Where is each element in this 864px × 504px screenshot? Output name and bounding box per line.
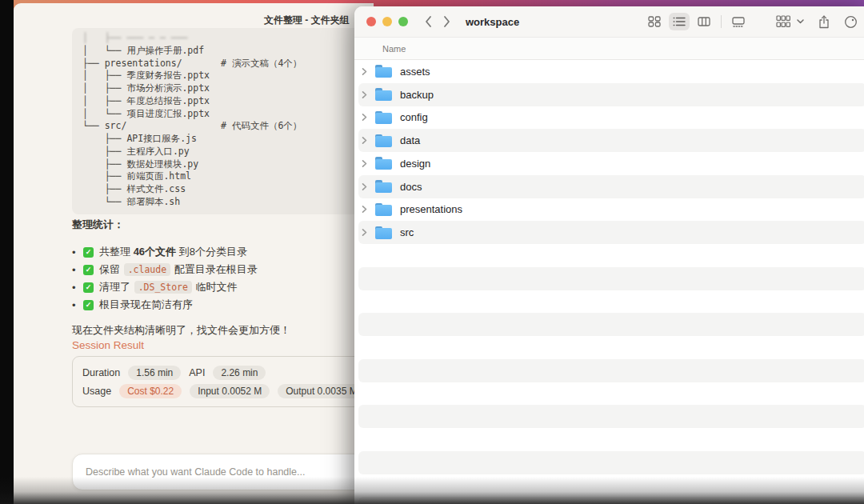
tree-line: │ └── 用户操作手册.pdf: [82, 45, 388, 58]
back-chevron-icon: [424, 15, 432, 28]
check-icon: ✓: [83, 282, 94, 293]
stat-text: 保留 .claude 配置目录在根目录: [99, 262, 258, 277]
usage-label: Usage: [82, 386, 111, 397]
claude-code-window: 文件整理 - 文件夹组 │ ├── ─── ─ ─ ───│ └── 用户操作手…: [14, 3, 374, 504]
list-view-button[interactable]: [669, 13, 690, 30]
tree-line: ├── 前端页面.html: [82, 170, 388, 183]
stat-item: • ✓ 根目录现在简洁有序: [72, 296, 384, 314]
minimize-button[interactable]: [382, 17, 392, 26]
grid-view-button[interactable]: [644, 13, 665, 30]
finder-toolbar: workspace: [354, 6, 864, 38]
finder-empty-row: [354, 267, 864, 290]
folder-name: design: [400, 158, 430, 170]
finder-row-docs[interactable]: docs: [354, 175, 864, 198]
tree-line: │ ├── 市场分析演示.pptx: [82, 82, 388, 95]
session-result-heading: Session Result: [72, 339, 144, 351]
view-switcher: [644, 13, 749, 30]
traffic-lights: [366, 17, 408, 26]
disclosure-chevron-icon[interactable]: [362, 205, 370, 214]
stats-list: • ✓ 共整理 46个文件 到8个分类目录 • ✓ 保留 .claude 配置目…: [72, 243, 384, 314]
input-tokens-pill: Input 0.0052 M: [190, 384, 270, 398]
grid-view-icon: [648, 16, 661, 27]
disclosure-chevron-icon[interactable]: [362, 228, 370, 237]
column-view-icon: [698, 17, 710, 26]
folder-icon: [375, 134, 392, 147]
forward-button[interactable]: [443, 15, 451, 28]
toolbar-actions: [776, 15, 858, 29]
folder-name: docs: [400, 181, 422, 193]
finder-row-src[interactable]: src: [354, 221, 864, 244]
forward-chevron-icon: [443, 15, 451, 28]
folder-name: assets: [400, 66, 430, 78]
group-button[interactable]: [776, 15, 804, 28]
stats-heading: 整理统计：: [72, 218, 384, 232]
column-view-button[interactable]: [694, 13, 714, 30]
folder-icon: [375, 180, 392, 193]
check-icon: ✓: [83, 247, 94, 258]
folder-icon: [375, 157, 392, 170]
folder-name: backup: [400, 89, 434, 101]
bullet-dot: •: [72, 282, 83, 294]
finder-row-assets[interactable]: assets: [354, 60, 864, 83]
claude-window-title: 文件整理 - 文件夹组: [264, 14, 350, 27]
duration-label: Duration: [82, 367, 120, 378]
cost-pill: Cost $0.22: [119, 384, 182, 398]
finder-empty-row: [354, 313, 864, 336]
share-button[interactable]: [818, 15, 830, 29]
group-icon: [776, 15, 792, 28]
folder-icon: [375, 203, 392, 216]
finder-empty-row: [354, 405, 864, 428]
tag-icon: [844, 15, 858, 29]
zoom-button[interactable]: [398, 17, 408, 26]
check-icon: ✓: [83, 300, 94, 310]
disclosure-chevron-icon[interactable]: [362, 67, 370, 76]
check-icon: ✓: [83, 265, 94, 275]
video-left-edge: [0, 0, 14, 504]
tree-line: │ ├── 季度财务报告.pptx: [82, 70, 388, 82]
finder-window-title: workspace: [466, 16, 519, 28]
finder-empty-row: [354, 290, 864, 314]
stat-text: 根目录现在简洁有序: [99, 298, 193, 312]
disclosure-chevron-icon[interactable]: [362, 90, 370, 99]
tag-button[interactable]: [844, 15, 858, 29]
finder-row-backup[interactable]: backup: [354, 83, 864, 106]
close-button[interactable]: [366, 17, 376, 26]
finder-row-config[interactable]: config: [354, 106, 864, 130]
gallery-view-button[interactable]: [728, 13, 749, 30]
tree-line: ├── 主程序入口.py: [82, 146, 388, 158]
output-tokens-pill: Output 0.0035 M: [278, 384, 365, 398]
finder-empty-row: [354, 497, 864, 504]
disclosure-chevron-icon[interactable]: [362, 159, 370, 168]
stat-text: 清理了 .DS_Store 临时文件: [99, 280, 238, 294]
disclosure-chevron-icon[interactable]: [362, 136, 370, 145]
prompt-input[interactable]: [72, 454, 388, 490]
stats-section: 整理统计： • ✓ 共整理 46个文件 到8个分类目录 • ✓ 保留 .clau…: [72, 218, 384, 338]
finder-empty-row: [354, 474, 864, 498]
bullet-dot: •: [72, 264, 83, 276]
share-icon: [818, 15, 830, 29]
folder-icon: [375, 226, 392, 239]
folder-icon: [375, 88, 392, 101]
toolbar-divider: [721, 15, 722, 28]
tree-line: │ ├── ─── ─ ─ ───: [82, 32, 388, 45]
finder-row-design[interactable]: design: [354, 152, 864, 175]
api-label: API: [189, 367, 205, 378]
tree-line: ├── 样式文件.css: [82, 183, 388, 196]
finder-empty-row: [354, 382, 864, 406]
name-column-header[interactable]: Name: [354, 38, 864, 60]
finder-empty-row: [354, 428, 864, 451]
disclosure-chevron-icon[interactable]: [362, 113, 370, 122]
finder-row-data[interactable]: data: [354, 129, 864, 152]
finder-row-presentations[interactable]: presentations: [354, 198, 864, 222]
tree-line: ├── presentations/ # 演示文稿（4个）: [82, 58, 388, 70]
back-button[interactable]: [424, 15, 432, 28]
folder-icon: [375, 111, 392, 124]
folder-name: data: [400, 134, 420, 146]
disclosure-chevron-icon[interactable]: [362, 182, 370, 191]
name-column-label: Name: [382, 44, 406, 54]
api-value-pill: 2.26 min: [213, 366, 266, 380]
stat-item: • ✓ 清理了 .DS_Store 临时文件: [72, 278, 384, 296]
session-usage-row: Usage Cost $0.22 Input 0.0052 M Output 0…: [82, 384, 378, 398]
stat-text: 共整理 46个文件 到8个分类目录: [99, 245, 247, 259]
inline-code: .claude: [124, 263, 170, 276]
